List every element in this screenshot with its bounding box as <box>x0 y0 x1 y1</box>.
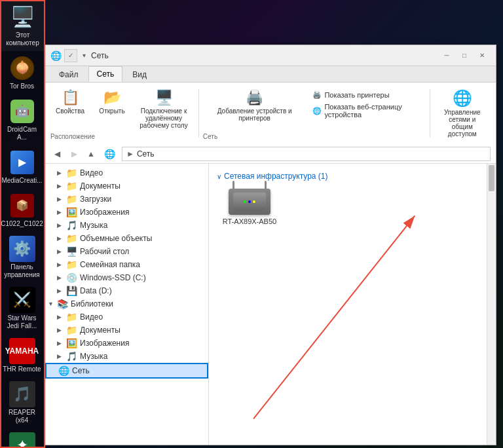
title-dropdown-arrow: ▾ <box>83 52 86 59</box>
manage-networks-icon: 🌐 <box>453 89 472 107</box>
tree-item-lib-video[interactable]: ▶ 📁 Видео <box>45 310 208 324</box>
tree-item-desktop[interactable]: ▶ 🖥️ Рабочий стол <box>45 245 208 258</box>
network-group-label: Сеть <box>203 132 426 140</box>
nav-up-button[interactable]: ▲ <box>84 147 98 160</box>
close-button[interactable]: ✕ <box>474 49 491 62</box>
ribbon-divider-2 <box>430 89 430 138</box>
taskbar-item-droidcam[interactable]: 🤖 DroidCam A... <box>0 94 45 145</box>
tab-network[interactable]: Сеть <box>88 66 123 82</box>
taskbar-item-control-label: Панель управления <box>3 263 42 279</box>
tree-item-3d-objects[interactable]: ▶ 📁 Объемные объекты <box>45 232 208 245</box>
ribbon-btn-open[interactable]: 📂 Открыть <box>92 86 132 117</box>
section-label-text: Сетевая инфраструктура (1) <box>224 172 328 181</box>
tree-item-family[interactable]: ▶ 📁 Семейная папка <box>45 258 208 271</box>
tree-item-video[interactable]: ▶ 📁 Видео <box>45 166 208 179</box>
desktop-folder-icon: 🖥️ <box>66 246 78 257</box>
tab-view[interactable]: Вид <box>124 67 155 82</box>
taskbar-item-thr-label: THR Remote <box>3 365 41 373</box>
ribbon-content: 📋 Свойства 📂 Открыть 🖥️ Подключение к уд… <box>45 83 496 144</box>
add-device-icon: 🖨️ <box>246 89 263 106</box>
taskbar-item-droidcam-label: DroidCam A... <box>3 126 42 141</box>
ribbon-btn-manage-networks[interactable]: 🌐 Управление сетями и общим доступом <box>434 86 491 140</box>
taskbar-item-ccleaner[interactable]: ✦ CCleaner <box>0 428 45 448</box>
downloads-folder-icon: 📁 <box>66 194 78 204</box>
address-chevron: ► <box>126 149 134 159</box>
nav-back-button[interactable]: ◀ <box>50 147 64 160</box>
address-text: Сеть <box>137 149 155 159</box>
title-text: Сеть <box>91 51 109 60</box>
tree-item-images[interactable]: ▶ 🖼️ Изображения <box>45 206 208 219</box>
taskbar-item-control-panel[interactable]: ⚙️ Панель управления <box>0 232 45 283</box>
router-icon <box>229 189 270 215</box>
lib-video-icon: 📁 <box>66 312 78 322</box>
libraries-icon: 📚 <box>57 299 69 309</box>
taskbar-item-this-computer[interactable]: 🖥️ Этот компьютер <box>0 0 45 51</box>
tree-item-lib-music[interactable]: ▶ 🎵 Музыка <box>45 350 208 363</box>
lib-images-icon: 🖼️ <box>66 338 78 348</box>
remote-desktop-icon: 🖥️ <box>155 89 173 106</box>
tab-file[interactable]: Файл <box>50 67 87 82</box>
documents-folder-icon: 📁 <box>66 181 78 191</box>
taskbar-item-thr-remote[interactable]: YAMAHA THR Remote <box>0 334 45 377</box>
ribbon-btn-show-webpage[interactable]: 🌐 Показать веб-страницу устройства <box>308 102 425 120</box>
right-panel-scrollbar[interactable] <box>487 164 496 445</box>
network-device-router[interactable]: RT-AX89X-AB50 <box>217 189 282 225</box>
title-bar: 🌐 ✓ ▾ Сеть ─ □ ✕ <box>45 45 496 66</box>
tree-item-data-d[interactable]: ▶ 💾 Data (D:) <box>45 284 208 297</box>
taskbar-item-reaper-label: REAPER (x64 <box>3 409 42 424</box>
ribbon-btn-properties[interactable]: 📋 Свойства <box>50 86 90 117</box>
address-path-bar[interactable]: ► Сеть <box>122 147 491 161</box>
location-group-label: Расположение <box>50 132 95 140</box>
tree-item-documents[interactable]: ▶ 📁 Документы <box>45 179 208 193</box>
tree-item-windows-ssd[interactable]: ▶ 💿 Windows-SSD (C:) <box>45 271 208 284</box>
open-icon: 📂 <box>103 89 121 106</box>
3d-folder-icon: 📁 <box>66 233 78 244</box>
mediacreate-icon: ▶ <box>10 151 34 174</box>
explorer-window: 🌐 ✓ ▾ Сеть ─ □ ✕ Файл Сеть Вид 📋 <box>45 45 496 445</box>
minimize-button[interactable]: ─ <box>438 49 455 62</box>
taskbar-item-winrar-label: C1022_C1022 <box>1 220 43 228</box>
music-folder-icon: 🎵 <box>66 220 78 231</box>
video-folder-icon: 📁 <box>66 168 78 178</box>
taskbar-item-winrar[interactable]: 📦 C1022_C1022 <box>0 189 45 232</box>
tree-item-lib-images[interactable]: ▶ 🖼️ Изображения <box>45 337 208 350</box>
right-panel: Сетевая инфраструктура (1) RT-AX89X-AB50 <box>209 164 496 445</box>
maximize-button[interactable]: □ <box>456 49 473 62</box>
title-nav-back[interactable]: ✓ <box>64 49 77 62</box>
properties-icon: 📋 <box>62 89 79 106</box>
ribbon-btn-show-printers[interactable]: 🖨️ Показать принтеры <box>308 89 425 100</box>
taskbar-item-media-label: MediaCreati... <box>1 177 42 185</box>
content-area: ▶ 📁 Видео ▶ 📁 Документы ▶ 📁 Загрузки ▶ � <box>45 164 496 445</box>
tree-item-libraries[interactable]: ▼ 📚 Библиотеки <box>45 297 208 310</box>
tree-panel: ▶ 📁 Видео ▶ 📁 Документы ▶ 📁 Загрузки ▶ � <box>45 164 209 445</box>
section-header: Сетевая инфраструктура (1) <box>217 172 488 181</box>
taskbar: 🖥️ Этот компьютер 🧅 Tor Bros 🤖 DroidCam … <box>0 0 45 448</box>
nav-forward-button[interactable]: ▶ <box>67 147 81 160</box>
ribbon-btn-add-device[interactable]: 🖨️ Добавление устройств и принтеров <box>203 86 307 124</box>
right-panel-scrollbar-thumb[interactable] <box>489 165 494 191</box>
taskbar-item-tor-browser[interactable]: 🧅 Tor Bros <box>0 51 45 94</box>
tree-item-network[interactable]: 🌐 Сеть <box>45 363 208 379</box>
lib-documents-icon: 📁 <box>66 325 78 335</box>
ribbon-btn-remote[interactable]: 🖥️ Подключение к удалённому рабочему сто… <box>134 86 193 132</box>
taskbar-item-reaper[interactable]: 🎵 REAPER (x64 <box>0 377 45 428</box>
tree-item-lib-documents[interactable]: ▶ 📁 Документы <box>45 324 208 337</box>
ribbon-tabs: Файл Сеть Вид <box>45 66 496 83</box>
lib-music-icon: 🎵 <box>66 351 78 362</box>
tree-item-downloads[interactable]: ▶ 📁 Загрузки <box>45 193 208 206</box>
show-printers-icon: 🖨️ <box>312 90 322 99</box>
taskbar-item-mediacreate[interactable]: ▶ MediaCreati... <box>0 145 45 189</box>
address-bar: ◀ ▶ ▲ 🌐 ► Сеть <box>45 144 496 164</box>
droidcam-icon: 🤖 <box>10 100 34 123</box>
family-folder-icon: 📁 <box>66 259 78 270</box>
taskbar-item-tor-label: Tor Bros <box>10 83 34 90</box>
taskbar-item-star-wars[interactable]: ⚔️ Star Wars Jedi Fall... <box>0 283 45 334</box>
tor-browser-icon: 🧅 <box>10 56 34 80</box>
windows-ssd-icon: 💿 <box>66 272 78 283</box>
router-name: RT-AX89X-AB50 <box>223 217 276 225</box>
taskbar-item-starwars-label: Star Wars Jedi Fall... <box>3 314 42 330</box>
window-controls: ─ □ ✕ <box>438 49 491 62</box>
show-webpage-icon: 🌐 <box>312 107 322 115</box>
network-folder-icon: 🌐 <box>58 365 70 376</box>
tree-item-music[interactable]: ▶ 🎵 Музыка <box>45 219 208 232</box>
